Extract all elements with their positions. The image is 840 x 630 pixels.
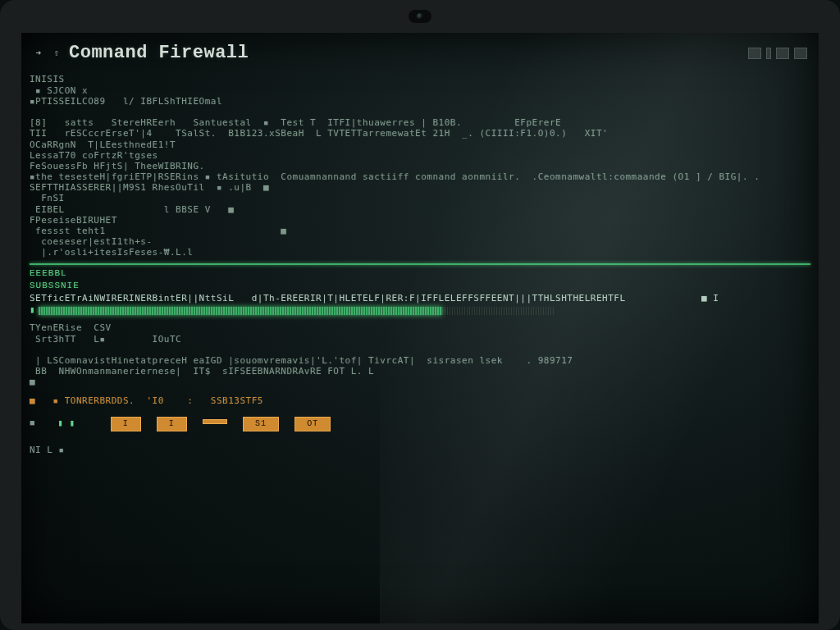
chip-2[interactable]: I <box>157 417 187 431</box>
titlebar: ➜ ⇧ Comnand Firewall <box>30 38 810 74</box>
chevron-right-icon: ➜ <box>33 48 44 59</box>
progress-tick-icon: ▮ <box>30 305 35 316</box>
chip-row: ■ ▮ ▮ I I S1 OT <box>30 415 810 433</box>
chip-5[interactable]: OT <box>294 417 331 431</box>
status-dot-icon: ▮ ▮ <box>57 418 75 428</box>
progress-bar[interactable] <box>39 307 555 315</box>
pin-icon: ⇧ <box>51 48 62 59</box>
terminal-output-block-2: SETficETrAiNWIRERINERBintER||NttSiL d|Th… <box>30 293 810 304</box>
minimize-button[interactable] <box>748 48 761 59</box>
terminal-output-block-1: INISIS ▪ SJCON x ▪PTISSEILCO89 l/ IBFLSh… <box>30 74 810 258</box>
divider-icon <box>766 48 771 59</box>
chip-4[interactable]: S1 <box>243 417 279 431</box>
progress-row: ▮ <box>30 305 810 316</box>
window-title: Comnand Firewall <box>69 43 249 64</box>
stats-line: ■ ▪ TONRERBRDDS. 'I0 : SSB13STF5 <box>30 395 810 406</box>
close-button[interactable] <box>794 48 807 59</box>
chip-1[interactable]: I <box>111 417 141 431</box>
webcam <box>409 10 431 23</box>
progress-fill <box>39 307 441 315</box>
terminal-footer: NI L ▪ <box>30 445 810 455</box>
maximize-button[interactable] <box>776 48 789 59</box>
section-label-subssnie: SUBSSNIE <box>30 281 810 291</box>
window-controls <box>748 48 807 59</box>
section-label-eeebbl: EEEBBL <box>30 268 810 279</box>
terminal-screen[interactable]: ➜ ⇧ Comnand Firewall INISIS ▪ SJCON x ▪P… <box>21 33 819 623</box>
terminal-output-block-3: TYenERise CSV Srt3hTT L▪ IOuTC | LSComna… <box>30 322 810 387</box>
chip-3[interactable] <box>203 419 227 424</box>
chip-prefix-icon: ■ <box>30 418 35 428</box>
separator-line <box>30 263 810 265</box>
